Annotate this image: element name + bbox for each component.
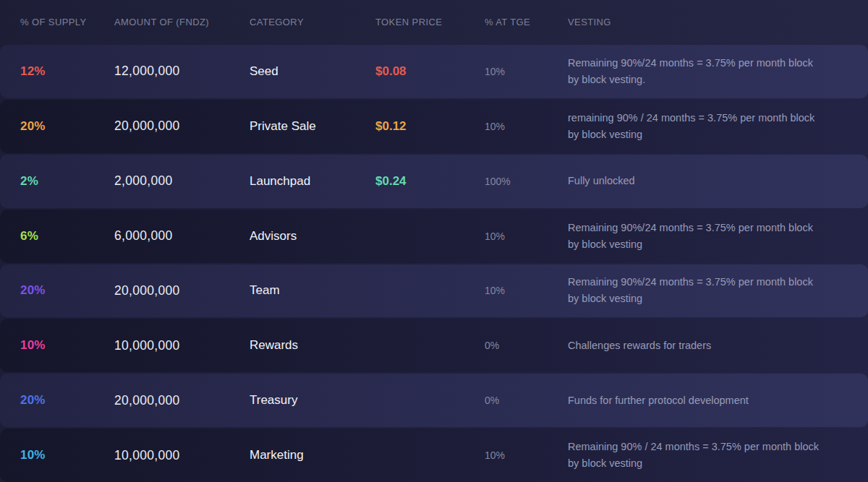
vesting-text: Challenges rewards for traders bbox=[568, 337, 827, 354]
table-body: 12% 12,000,000 Seed $0.08 10% Remaining … bbox=[0, 44, 868, 482]
tge-percent: 10% bbox=[485, 449, 568, 461]
column-header-price: TOKEN PRICE bbox=[375, 17, 485, 27]
supply-percent: 12% bbox=[20, 64, 114, 79]
tge-percent: 10% bbox=[485, 231, 568, 242]
vesting-text: Remaining 90%/24 months = 3.75% per mont… bbox=[568, 274, 827, 307]
supply-percent: 20% bbox=[20, 119, 114, 134]
category-label: Marketing bbox=[250, 448, 375, 462]
supply-percent: 10% bbox=[20, 338, 114, 353]
table-row: 12% 12,000,000 Seed $0.08 10% Remaining … bbox=[0, 45, 868, 98]
category-label: Treasury bbox=[250, 393, 375, 408]
vesting-text: Funds for further protocol development bbox=[568, 392, 827, 409]
vesting-text: remaining 90% / 24 months = 3.75% per mo… bbox=[568, 110, 827, 143]
supply-percent: 20% bbox=[20, 283, 114, 298]
table-row: 20% 20,000,000 Private Sale $0.12 10% re… bbox=[0, 100, 868, 153]
table-row: 6% 6,000,000 Advisors 10% Remaining 90%/… bbox=[0, 210, 868, 263]
vesting-text: Remaining 90% / 24 months = 3.75% per mo… bbox=[568, 439, 827, 472]
supply-percent: 2% bbox=[20, 174, 114, 189]
category-label: Advisors bbox=[250, 229, 375, 244]
column-header-category: CATEGORY bbox=[250, 17, 375, 27]
table-row: 20% 20,000,000 Team 10% Remaining 90%/24… bbox=[0, 264, 868, 318]
token-price: $0.08 bbox=[375, 64, 485, 79]
vesting-text: Remaining 90%/24 months = 3.75% per mont… bbox=[568, 55, 827, 88]
amount-value: 10,000,000 bbox=[114, 448, 250, 463]
tge-percent: 0% bbox=[485, 395, 568, 406]
category-label: Seed bbox=[250, 64, 375, 79]
table-row: 2% 2,000,000 Launchpad $0.24 100% Fully … bbox=[0, 155, 868, 208]
category-label: Launchpad bbox=[250, 174, 375, 189]
amount-value: 10,000,000 bbox=[114, 338, 250, 353]
tge-percent: 10% bbox=[485, 121, 568, 132]
supply-percent: 10% bbox=[20, 448, 114, 462]
amount-value: 20,000,000 bbox=[114, 119, 250, 134]
amount-value: 20,000,000 bbox=[114, 283, 250, 298]
category-label: Private Sale bbox=[250, 119, 375, 134]
table-row: 10% 10,000,000 Marketing 10% Remaining 9… bbox=[0, 429, 868, 482]
tge-percent: 0% bbox=[485, 340, 568, 351]
table-header-row: % OF SUPPLY AMOUNT OF (FNDZ) CATEGORY TO… bbox=[0, 0, 868, 44]
vesting-text: Fully unlocked bbox=[568, 173, 827, 189]
amount-value: 12,000,000 bbox=[114, 64, 250, 79]
amount-value: 6,000,000 bbox=[114, 228, 250, 244]
vesting-text: Remaining 90%/24 months = 3.75% per mont… bbox=[568, 220, 827, 253]
category-label: Team bbox=[250, 283, 375, 298]
category-label: Rewards bbox=[250, 338, 375, 353]
column-header-vesting: VESTING bbox=[568, 17, 827, 27]
amount-value: 20,000,000 bbox=[114, 393, 250, 408]
column-header-tge: % AT TGE bbox=[485, 17, 568, 27]
tge-percent: 100% bbox=[485, 176, 568, 187]
tge-percent: 10% bbox=[485, 285, 568, 296]
table-row: 20% 20,000,000 Treasury 0% Funds for fur… bbox=[0, 374, 868, 427]
amount-value: 2,000,000 bbox=[114, 173, 250, 189]
table-row: 10% 10,000,000 Rewards 0% Challenges rew… bbox=[0, 319, 868, 372]
token-price: $0.12 bbox=[375, 119, 485, 134]
column-header-supply: % OF SUPPLY bbox=[20, 17, 114, 27]
supply-percent: 20% bbox=[20, 393, 114, 408]
tokenomics-table: % OF SUPPLY AMOUNT OF (FNDZ) CATEGORY TO… bbox=[0, 0, 868, 482]
supply-percent: 6% bbox=[20, 229, 114, 244]
tge-percent: 10% bbox=[485, 66, 568, 77]
column-header-amount: AMOUNT OF (FNDZ) bbox=[114, 17, 250, 27]
token-price: $0.24 bbox=[375, 174, 485, 189]
